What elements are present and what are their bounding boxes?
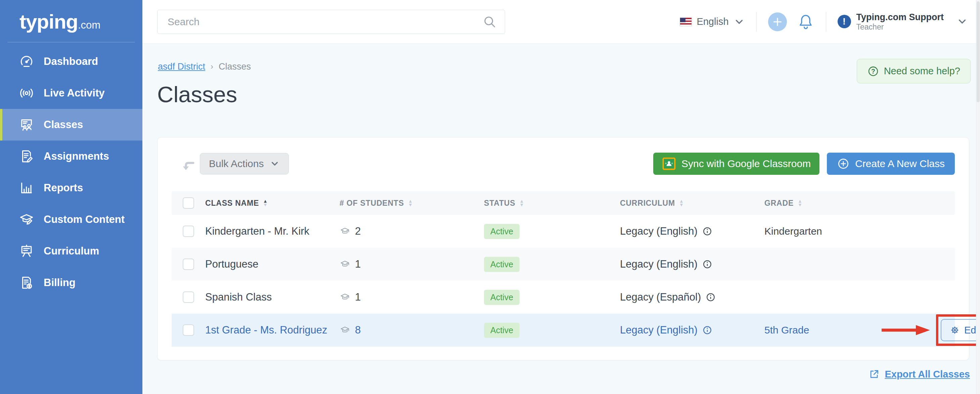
bulk-apply-arrow-icon [180,158,195,172]
notifications-button[interactable] [797,13,815,30]
info-icon[interactable] [702,226,712,236]
search-icon[interactable] [482,14,497,29]
sidebar-item-assignments[interactable]: Assignments [0,140,142,172]
column-header-status[interactable]: STATUS▲▼ [484,199,620,208]
column-header-curriculum[interactable]: CURRICULUM▲▼ [620,199,764,208]
status-badge: Active [484,323,520,338]
grade-cell: Kindergarten [764,226,880,237]
sidebar-item-dashboard[interactable]: Dashboard [0,46,142,77]
graduation-cap-icon [340,325,350,335]
main-content: asdf District › Classes Classes ? Need s… [142,44,980,394]
export-label: Export All Classes [885,369,970,380]
students-cell: 1 [340,291,484,303]
info-icon[interactable] [706,292,716,302]
grade-cell: 5th Grade [764,324,880,336]
table-row[interactable]: Kindergarten - Mr. Kirk 2 Active Legacy … [172,215,955,248]
sidebar-item-classes[interactable]: Classes [0,109,142,140]
google-classroom-icon [662,157,676,171]
search-input[interactable] [157,10,505,34]
sidebar-item-live-activity[interactable]: Live Activity [0,77,142,109]
topbar: English ! Typing.com Support Teacher [142,0,980,44]
svg-text:?: ? [871,67,875,75]
topbar-divider [826,12,826,32]
sidebar-item-reports[interactable]: Reports [0,172,142,204]
user-menu[interactable]: ! Typing.com Support Teacher [838,12,968,31]
logo-text: typing [19,10,78,33]
table-row[interactable]: 1st Grade - Ms. Rodriguez 8 Active Legac… [172,314,955,346]
sidebar-item-label: Classes [44,119,83,131]
logo-suffix-text: .com [78,19,100,31]
language-label: English [697,16,729,27]
info-icon[interactable] [702,259,712,269]
sidebar-divider [7,42,135,42]
bulk-actions-button[interactable]: Bulk Actions [200,153,289,174]
sidebar-item-custom-content[interactable]: Custom Content [0,204,142,235]
sync-label: Sync with Google Classroom [681,158,811,169]
classes-page: typing.com DashboardLive ActivityClasses… [0,0,980,394]
breadcrumb-district-link[interactable]: asdf District [158,62,205,72]
curriculum-cell: Legacy (English) [620,258,764,270]
sidebar-item-billing[interactable]: Billing [0,267,142,298]
sidebar-nav: DashboardLive ActivityClassesAssignments… [0,46,142,298]
breadcrumb-current: Classes [219,62,251,72]
row-checkbox[interactable] [183,324,194,336]
select-all-checkbox[interactable] [183,197,194,209]
students-cell: 1 [340,258,484,270]
create-class-button[interactable]: Create A New Class [827,153,955,175]
page-title: Classes [157,82,980,107]
sidebar-item-curriculum[interactable]: Curriculum [0,235,142,267]
sidebar-item-label: Billing [44,277,76,289]
chevron-down-icon [733,16,745,27]
add-button[interactable] [768,13,787,31]
sidebar-item-label: Live Activity [44,87,105,99]
class-name-link[interactable]: Portuguese [205,258,340,270]
sidebar-item-label: Custom Content [44,214,125,226]
row-checkbox[interactable] [183,226,194,237]
user-role: Teacher [856,22,944,31]
avatar: ! [838,15,851,28]
graduation-cap-icon [340,259,350,270]
class-name-link[interactable]: 1st Grade - Ms. Rodriguez [205,324,340,336]
sync-google-classroom-button[interactable]: Sync with Google Classroom [653,153,819,175]
table-row[interactable]: Portuguese 1 Active Legacy (English) Edi… [172,248,955,281]
class-name-link[interactable]: Spanish Class [205,291,340,303]
annotation-arrow [880,323,931,338]
class-name-link[interactable]: Kindergarten - Mr. Kirk [205,225,340,237]
language-selector[interactable]: English [680,16,745,27]
topbar-right: English ! Typing.com Support Teacher [680,12,968,32]
sort-arrows-icon: ▲▼ [263,199,268,207]
sort-arrows-icon: ▲▼ [519,199,524,207]
assignments-icon [19,148,34,164]
status-badge: Active [484,257,520,272]
row-checkbox[interactable] [183,258,194,270]
reports-icon [19,180,34,196]
info-icon[interactable] [702,325,712,335]
billing-icon [19,275,34,290]
curriculum-icon [19,243,34,259]
plus-icon [772,16,783,27]
edit-class-button[interactable]: Edit [941,319,980,341]
live-activity-icon [19,85,34,101]
column-header-of-students[interactable]: # OF STUDENTS▲▼ [340,199,484,208]
sort-arrows-icon: ▲▼ [798,199,803,207]
circle-plus-icon [837,157,850,170]
question-circle-icon: ? [867,65,879,77]
graduation-cap-icon [340,292,350,303]
bell-icon [797,13,815,30]
typing-logo[interactable]: typing.com [0,0,142,33]
topbar-divider [756,12,757,32]
help-label: Need some help? [884,65,960,77]
scrollbar-thumb[interactable] [977,2,980,102]
custom-content-icon [19,212,34,227]
column-header-class-name[interactable]: CLASS NAME▲▼ [205,199,340,208]
export-all-classes-link[interactable]: Export All Classes [869,368,970,380]
status-badge: Active [484,224,520,239]
column-header-grade[interactable]: GRADE▲▼ [764,199,880,208]
help-button[interactable]: ? Need some help? [857,59,970,83]
table-row[interactable]: Spanish Class 1 Active Legacy (Español) … [172,281,955,314]
search-box [157,10,505,34]
sidebar-item-label: Assignments [44,150,109,163]
curriculum-cell: Legacy (English) [620,225,764,237]
row-checkbox[interactable] [183,292,194,303]
scrollbar[interactable] [976,0,980,394]
